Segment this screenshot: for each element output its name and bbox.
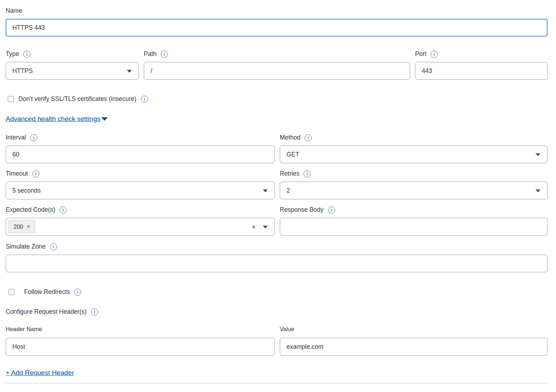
expected-code-tag-value: 200	[13, 223, 23, 230]
retries-select[interactable]: 2	[280, 182, 548, 199]
info-icon[interactable]: i	[74, 289, 81, 296]
insecure-checkbox-row: Don't verify SSL/TLS certificates (insec…	[8, 95, 548, 103]
section-divider	[6, 383, 548, 384]
follow-redirects-label: Follow Redirects	[24, 288, 70, 296]
retries-label: Retries	[280, 170, 299, 177]
simulate-zone-label: Simulate Zone	[6, 243, 46, 250]
info-icon[interactable]: i	[91, 308, 98, 316]
advanced-settings-grid: Interval i Method i GET Timeout i 5 seco…	[6, 134, 548, 235]
type-field: Type i HTTPS	[6, 50, 139, 80]
info-icon[interactable]: i	[328, 206, 335, 214]
triangle-down-icon	[101, 117, 108, 121]
chevron-down-icon	[127, 70, 132, 73]
expected-codes-field: Expected Code(s) i 200 × ×	[6, 206, 275, 235]
info-icon[interactable]: i	[161, 51, 168, 58]
info-icon[interactable]: i	[23, 51, 30, 58]
timeout-select-value: 5 seconds	[12, 187, 41, 194]
info-icon[interactable]: i	[305, 134, 312, 141]
method-select[interactable]: GET	[280, 146, 548, 163]
header-name-input[interactable]	[6, 338, 275, 356]
header-value-label: Value	[280, 326, 548, 333]
name-field: Name	[6, 7, 548, 36]
insecure-checkbox[interactable]	[8, 96, 14, 102]
type-path-port-row: Type i HTTPS Path i Port i	[6, 50, 548, 80]
expected-codes-multiselect[interactable]: 200 × ×	[6, 218, 275, 235]
add-request-header-link-label: + Add Request Header	[6, 369, 74, 377]
response-body-field: Response Body i	[280, 206, 548, 235]
response-body-label: Response Body	[280, 206, 324, 214]
info-icon[interactable]: i	[30, 134, 37, 141]
insecure-checkbox-label: Don't verify SSL/TLS certificates (insec…	[18, 95, 136, 103]
simulate-zone-field: Simulate Zone i	[6, 243, 548, 272]
response-body-input[interactable]	[280, 218, 548, 235]
interval-input[interactable]	[6, 146, 275, 163]
retries-select-value: 2	[286, 187, 290, 194]
chevron-down-icon	[263, 226, 268, 228]
remove-tag-icon[interactable]: ×	[27, 223, 30, 230]
path-label: Path	[144, 50, 157, 58]
name-label: Name	[6, 7, 548, 15]
add-request-header-link[interactable]: + Add Request Header	[6, 369, 74, 377]
interval-label: Interval	[6, 134, 26, 141]
advanced-settings-row: Advanced health check settings	[6, 115, 548, 123]
port-field: Port i	[415, 50, 548, 80]
path-input[interactable]	[144, 62, 410, 80]
advanced-settings-link[interactable]: Advanced health check settings	[6, 115, 108, 123]
add-header-row: + Add Request Header	[6, 369, 548, 377]
info-icon[interactable]: i	[50, 243, 57, 250]
type-select-value: HTTPS	[12, 67, 33, 75]
chevron-down-icon	[535, 189, 540, 192]
header-name-label: Header Name	[6, 326, 275, 333]
header-name-field: Header Name	[6, 326, 275, 356]
info-icon[interactable]: i	[32, 170, 39, 177]
method-label: Method	[280, 134, 300, 141]
retries-field: Retries i 2	[280, 170, 548, 199]
request-header-row: Header Name Value	[6, 326, 548, 356]
method-field: Method i GET	[280, 134, 548, 163]
timeout-select[interactable]: 5 seconds	[6, 182, 275, 199]
info-icon[interactable]: i	[303, 170, 311, 177]
follow-redirects-row: Follow Redirects i	[8, 288, 548, 296]
port-input[interactable]	[415, 62, 548, 80]
configure-headers-label: Configure Request Header(s)	[6, 308, 87, 316]
header-value-input[interactable]	[280, 338, 548, 356]
simulate-zone-input[interactable]	[6, 255, 548, 272]
info-icon[interactable]: i	[431, 51, 438, 58]
type-label: Type	[6, 50, 19, 58]
header-value-field: Value	[280, 326, 548, 356]
timeout-label: Timeout	[6, 170, 28, 177]
name-input[interactable]	[6, 19, 548, 36]
info-icon[interactable]: i	[59, 206, 67, 214]
advanced-settings-link-label: Advanced health check settings	[6, 115, 100, 123]
follow-redirects-checkbox[interactable]	[8, 289, 15, 295]
expected-codes-label: Expected Code(s)	[6, 206, 55, 214]
type-select[interactable]: HTTPS	[6, 62, 139, 80]
chevron-down-icon	[535, 153, 540, 156]
chevron-down-icon	[263, 189, 268, 192]
path-field: Path i	[144, 50, 410, 80]
timeout-field: Timeout i 5 seconds	[6, 170, 275, 199]
port-label: Port	[415, 50, 426, 58]
health-check-form: Name Type i HTTPS Path i Port i	[0, 0, 556, 384]
interval-field: Interval i	[6, 134, 275, 163]
configure-headers-row: Configure Request Header(s) i	[6, 308, 548, 316]
clear-icon[interactable]: ×	[252, 223, 256, 230]
expected-code-tag[interactable]: 200 ×	[8, 220, 35, 233]
method-select-value: GET	[286, 151, 299, 158]
info-icon[interactable]: i	[141, 96, 148, 103]
